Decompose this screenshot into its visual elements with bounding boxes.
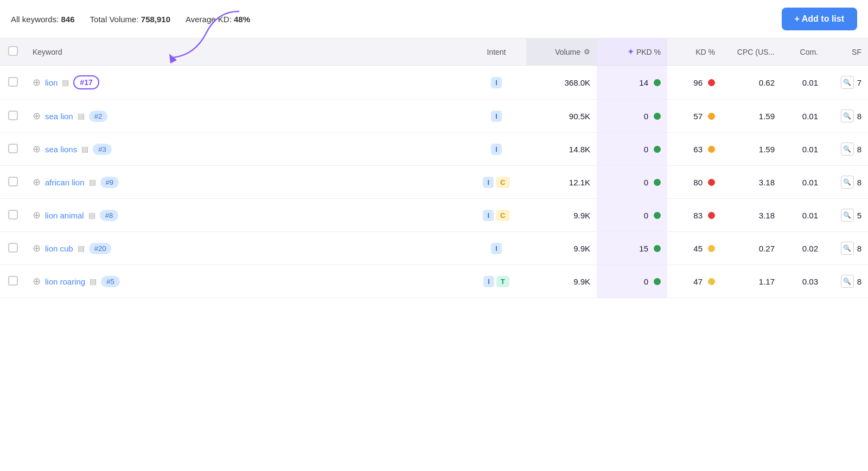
stat-total-volume: Total Volume: 758,910 — [90, 15, 170, 24]
row-checkbox[interactable] — [8, 276, 18, 286]
serp-icon[interactable]: ▤ — [81, 145, 88, 153]
add-keyword-icon[interactable]: ⊕ — [33, 110, 41, 122]
kd-dot — [708, 179, 715, 186]
intent-badge: I — [491, 144, 502, 155]
add-keyword-icon[interactable]: ⊕ — [33, 76, 41, 88]
intent-cell: I — [467, 66, 526, 100]
cpc-cell: 1.59 — [722, 133, 781, 166]
sf-cell: 🔍 7 — [825, 66, 868, 100]
keyword-link[interactable]: lion animal — [45, 211, 84, 220]
add-to-list-button[interactable]: + Add to list — [782, 8, 857, 30]
table-header-row: Keyword Intent Volume ⚙ ✦ P — [0, 38, 868, 66]
kd-value: 80 — [693, 178, 703, 187]
cpc-cell: 0.62 — [722, 66, 781, 100]
kd-cell: 83 — [667, 199, 722, 232]
header-com: Com. — [781, 38, 825, 66]
total-volume-label: Total Volume: — [90, 15, 139, 24]
kd-value: 45 — [693, 244, 703, 253]
cpc-cell: 0.27 — [722, 232, 781, 265]
table-wrapper: Keyword Intent Volume ⚙ ✦ P — [0, 38, 868, 298]
row-checkbox[interactable] — [8, 210, 18, 220]
sf-search-icon[interactable]: 🔍 — [841, 209, 854, 222]
sf-search-icon[interactable]: 🔍 — [841, 176, 854, 189]
rank-badge: #8 — [100, 210, 118, 221]
row-checkbox-cell — [0, 232, 26, 265]
com-cell: 0.02 — [781, 232, 825, 265]
pkd-dot — [654, 146, 661, 153]
volume-cell: 9.9K — [526, 232, 597, 265]
sf-value: 8 — [857, 178, 861, 187]
header-kd: KD % — [667, 38, 722, 66]
volume-filter-icon[interactable]: ⚙ — [584, 48, 590, 56]
kd-dot — [708, 79, 715, 86]
pkd-dot — [654, 212, 661, 219]
intent-cell: IC — [467, 199, 526, 232]
serp-icon[interactable]: ▤ — [90, 277, 97, 286]
add-keyword-icon[interactable]: ⊕ — [33, 209, 41, 221]
header-sf: SF — [825, 38, 868, 66]
pkd-cell: 0 — [597, 265, 667, 298]
kd-value: 63 — [693, 145, 703, 154]
rank-badge: #20 — [89, 243, 112, 254]
keyword-link[interactable]: lion — [45, 78, 58, 87]
header-pkd: ✦ PKD % — [597, 38, 667, 66]
keyword-link[interactable]: african lion — [45, 178, 85, 187]
header-keyword: Keyword — [26, 38, 467, 66]
sf-search-icon[interactable]: 🔍 — [841, 143, 854, 156]
intent-badge: I — [491, 111, 502, 122]
keyword-link[interactable]: sea lions — [45, 145, 77, 154]
rank-badge: #17 — [73, 75, 99, 89]
sf-search-icon[interactable]: 🔍 — [841, 275, 854, 288]
row-checkbox[interactable] — [8, 77, 18, 87]
sf-search-icon[interactable]: 🔍 — [841, 242, 854, 255]
volume-cell: 9.9K — [526, 199, 597, 232]
header-intent: Intent — [467, 38, 526, 66]
select-all-checkbox[interactable] — [8, 46, 18, 56]
stat-average-kd: Average KD: 48% — [186, 15, 250, 24]
serp-icon[interactable]: ▤ — [78, 112, 85, 120]
cpc-cell: 1.59 — [722, 100, 781, 133]
row-checkbox-cell — [0, 199, 26, 232]
intent-cell: I — [467, 100, 526, 133]
keyword-link[interactable]: sea lion — [45, 112, 73, 121]
kd-dot — [708, 245, 715, 252]
com-cell: 0.01 — [781, 199, 825, 232]
serp-icon[interactable]: ▤ — [88, 211, 95, 220]
sparkle-icon: ✦ — [627, 47, 634, 57]
add-keyword-icon[interactable]: ⊕ — [33, 275, 41, 287]
keyword-cell: ⊕ sea lion ▤ #2 — [26, 100, 467, 133]
header-volume[interactable]: Volume ⚙ — [526, 38, 597, 66]
add-keyword-icon[interactable]: ⊕ — [33, 242, 41, 254]
pkd-cell: 0 — [597, 100, 667, 133]
sf-search-icon[interactable]: 🔍 — [841, 76, 854, 89]
row-checkbox[interactable] — [8, 243, 18, 253]
kd-dot — [708, 113, 715, 120]
sf-cell: 🔍 8 — [825, 166, 868, 199]
sf-cell: 🔍 8 — [825, 133, 868, 166]
kd-cell: 57 — [667, 100, 722, 133]
row-checkbox[interactable] — [8, 144, 18, 153]
sf-cell: 🔍 8 — [825, 232, 868, 265]
row-checkbox[interactable] — [8, 177, 18, 186]
serp-icon[interactable]: ▤ — [78, 244, 85, 253]
row-checkbox-cell — [0, 133, 26, 166]
keyword-link[interactable]: lion cub — [45, 244, 73, 253]
total-volume-value: 758,910 — [141, 15, 170, 24]
table-row: ⊕ sea lions ▤ #3 I14.8K 0 63 1.590.01 🔍 … — [0, 133, 868, 166]
add-keyword-icon[interactable]: ⊕ — [33, 143, 41, 155]
serp-icon[interactable]: ▤ — [89, 178, 96, 186]
keyword-cell: ⊕ african lion ▤ #9 — [26, 166, 467, 199]
cpc-header-label: CPC (US... — [737, 48, 775, 56]
row-checkbox-cell — [0, 100, 26, 133]
intent-badge: I — [491, 243, 502, 254]
serp-icon[interactable]: ▤ — [62, 78, 69, 87]
sf-cell: 🔍 8 — [825, 265, 868, 298]
row-checkbox[interactable] — [8, 111, 18, 120]
kd-value: 83 — [693, 211, 703, 220]
add-keyword-icon[interactable]: ⊕ — [33, 176, 41, 188]
intent-header-label: Intent — [487, 48, 506, 56]
keyword-link[interactable]: lion roaring — [45, 277, 85, 286]
kd-dot — [708, 146, 715, 153]
cpc-cell: 1.17 — [722, 265, 781, 298]
sf-search-icon[interactable]: 🔍 — [841, 109, 854, 122]
